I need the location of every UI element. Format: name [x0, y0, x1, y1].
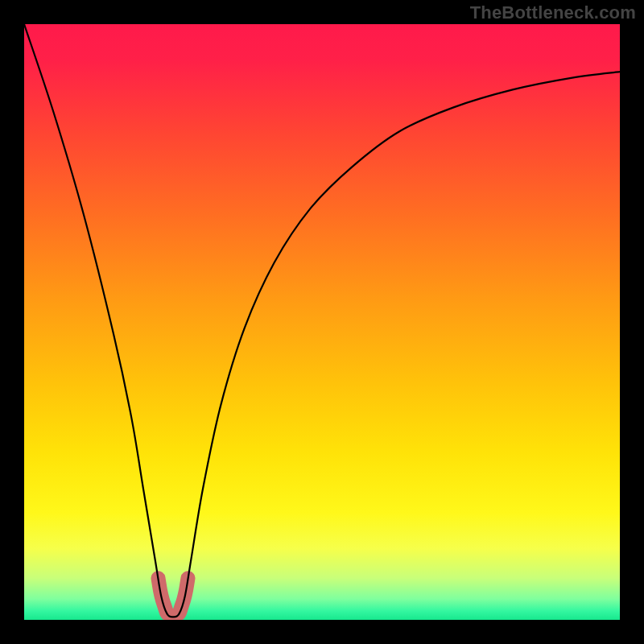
chart-frame: TheBottleneck.com	[0, 0, 644, 644]
plot-area	[24, 24, 620, 620]
chart-svg	[24, 24, 620, 620]
watermark-text: TheBottleneck.com	[470, 2, 636, 23]
gradient-background	[24, 24, 620, 620]
